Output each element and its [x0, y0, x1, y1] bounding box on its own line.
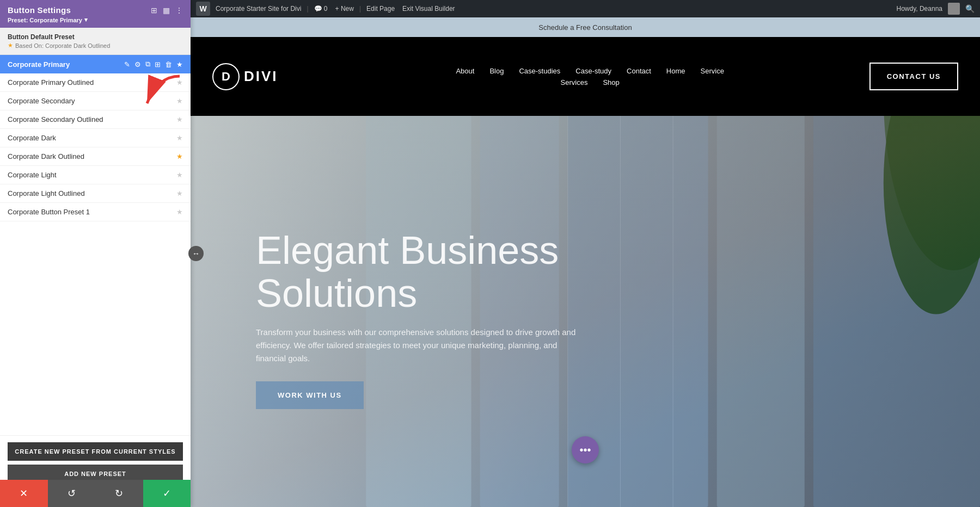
- undo-button[interactable]: ↺: [48, 480, 96, 507]
- preset-item[interactable]: Corporate Button Preset 1 ★: [0, 203, 191, 221]
- preset-list: Corporate Primary Outlined ★Corporate Se…: [0, 73, 191, 435]
- panel-icon-more[interactable]: ⋮: [175, 6, 183, 15]
- hero-subtitle: Transform your business with our compreh…: [256, 326, 583, 365]
- delete-icon[interactable]: 🗑: [165, 60, 172, 69]
- nav-link[interactable]: Shop: [603, 78, 619, 86]
- preset-star-icon[interactable]: ★: [176, 152, 183, 160]
- star-icon: ★: [8, 42, 13, 49]
- preset-item[interactable]: Corporate Light ★: [0, 166, 191, 184]
- wp-avatar: [948, 3, 960, 15]
- wp-logo[interactable]: W: [196, 2, 210, 16]
- settings-icon[interactable]: ⚙: [134, 60, 141, 69]
- nav-link[interactable]: Services: [561, 78, 588, 86]
- nav-link[interactable]: Case-studies: [519, 67, 560, 75]
- wp-new-button[interactable]: + New: [333, 5, 356, 13]
- preset-item-label: Corporate Button Preset 1: [8, 208, 90, 216]
- wp-admin-bar: W Corporate Starter Site for Divi | 💬 0 …: [191, 0, 980, 17]
- wp-edit-page[interactable]: Edit Page: [364, 5, 397, 13]
- nav-links: AboutBlogCase-studiesCase-studyContactHo…: [311, 67, 869, 86]
- save-button[interactable]: ✓: [143, 480, 191, 507]
- preset-item[interactable]: Corporate Primary Outlined ★: [0, 73, 191, 92]
- based-on-text: Based On: Corporate Dark Outlined: [15, 42, 110, 49]
- wp-new-label: + New: [335, 5, 354, 13]
- nav-row-1: AboutBlogCase-studiesCase-studyContactHo…: [456, 67, 724, 75]
- svg-rect-4: [717, 116, 805, 507]
- hero-title: Elegant Business Solutions: [256, 229, 626, 315]
- preset-item-active[interactable]: Corporate Primary ✎ ⚙ ⧉ ⊞ 🗑 ★: [0, 55, 191, 73]
- default-preset-based: ★ Based On: Corporate Dark Outlined: [8, 42, 183, 49]
- preset-label[interactable]: Preset: Corporate Primary ▾: [8, 16, 183, 23]
- hero-content: Elegant Business Solutions Transform you…: [256, 229, 626, 409]
- panel-resize-handle[interactable]: ↔: [188, 246, 204, 261]
- preset-item-label: Corporate Secondary: [8, 97, 75, 105]
- bottom-action-bar: ✕ ↺ ↻ ✓: [0, 480, 191, 507]
- divi-logo-circle: D: [212, 63, 240, 90]
- admin-sep-2: |: [359, 5, 361, 13]
- panel-title: Button Settings: [8, 5, 71, 15]
- preset-star-icon[interactable]: ★: [176, 134, 183, 142]
- star-active-icon[interactable]: ★: [176, 60, 183, 69]
- announcement-bar: Schedule a Free Consultation: [191, 17, 980, 37]
- floating-action-button[interactable]: •••: [572, 436, 599, 463]
- site-navigation: D DIVI AboutBlogCase-studiesCase-studyCo…: [191, 37, 980, 116]
- duplicate-icon[interactable]: ⧉: [145, 60, 150, 69]
- website-preview: W Corporate Starter Site for Divi | 💬 0 …: [191, 0, 980, 507]
- wp-site-name[interactable]: Corporate Starter Site for Divi: [213, 5, 303, 13]
- cancel-button[interactable]: ✕: [0, 480, 48, 507]
- preset-star-icon[interactable]: ★: [176, 208, 183, 216]
- preset-item[interactable]: Corporate Dark ★: [0, 129, 191, 147]
- wp-howdy: Howdy, Deanna: [897, 5, 943, 13]
- preset-item-label: Corporate Light: [8, 171, 57, 179]
- announcement-text: Schedule a Free Consultation: [538, 23, 632, 32]
- hero-cta-button[interactable]: WORK WITH US: [256, 381, 364, 409]
- preset-item-label: Corporate Dark Outlined: [8, 152, 84, 160]
- nav-row-2: ServicesShop: [561, 78, 620, 86]
- wp-exit-builder[interactable]: Exit Visual Builder: [400, 5, 457, 13]
- preset-item-label: Corporate Light Outlined: [8, 189, 85, 197]
- edit-icon[interactable]: ✎: [124, 60, 130, 69]
- preset-item-label: Corporate Dark: [8, 134, 56, 142]
- active-preset-label: Corporate Primary: [8, 60, 70, 69]
- nav-link[interactable]: Case-study: [575, 67, 611, 75]
- contact-us-button[interactable]: CONTACT US: [869, 63, 958, 90]
- nav-link[interactable]: Contact: [627, 67, 651, 75]
- wp-comments: 💬 0: [312, 5, 330, 13]
- preset-star-icon[interactable]: ★: [176, 189, 183, 197]
- wp-admin-right: Howdy, Deanna 🔍: [897, 3, 975, 15]
- preset-item[interactable]: Corporate Dark Outlined ★: [0, 147, 191, 166]
- default-preset-title: Button Default Preset: [8, 33, 183, 41]
- preset-star-icon[interactable]: ★: [176, 78, 183, 86]
- preset-star-icon[interactable]: ★: [176, 115, 183, 123]
- nav-link[interactable]: Blog: [489, 67, 504, 75]
- panel-icon-grid[interactable]: ⊞: [151, 6, 157, 15]
- nav-link[interactable]: About: [456, 67, 474, 75]
- preset-star-icon[interactable]: ★: [176, 171, 183, 179]
- preset-item[interactable]: Corporate Light Outlined ★: [0, 184, 191, 203]
- create-preset-button[interactable]: CREATE NEW PRESET FROM CURRENT STYLES: [8, 442, 183, 461]
- preset-item[interactable]: Corporate Secondary ★: [0, 92, 191, 110]
- site-logo[interactable]: D DIVI: [212, 63, 278, 90]
- preset-star-icon[interactable]: ★: [176, 97, 183, 105]
- divi-logo-text: DIVI: [244, 68, 278, 85]
- button-settings-panel: Button Settings ⊞ ▦ ⋮ Preset: Corporate …: [0, 0, 191, 507]
- panel-header-icons: ⊞ ▦ ⋮: [151, 6, 183, 15]
- hero-section: Elegant Business Solutions Transform you…: [191, 116, 980, 507]
- redo-button[interactable]: ↻: [95, 480, 143, 507]
- preset-label-arrow: ▾: [84, 16, 88, 23]
- preset-item[interactable]: Corporate Secondary Outlined ★: [0, 110, 191, 129]
- default-preset-notice: Button Default Preset ★ Based On: Corpor…: [0, 28, 191, 55]
- panel-header: Button Settings ⊞ ▦ ⋮ Preset: Corporate …: [0, 0, 191, 28]
- active-preset-action-icons: ✎ ⚙ ⧉ ⊞ 🗑 ★: [124, 60, 183, 69]
- preset-label-text: Preset: Corporate Primary: [8, 17, 82, 23]
- nav-link[interactable]: Home: [666, 67, 685, 75]
- panel-icon-columns[interactable]: ▦: [163, 6, 170, 15]
- copy-icon[interactable]: ⊞: [155, 60, 161, 69]
- admin-sep-1: |: [307, 5, 308, 13]
- preset-item-label: Corporate Secondary Outlined: [8, 115, 103, 123]
- wp-search-icon[interactable]: 🔍: [965, 4, 975, 13]
- nav-link[interactable]: Service: [701, 67, 724, 75]
- preset-item-label: Corporate Primary Outlined: [8, 78, 94, 86]
